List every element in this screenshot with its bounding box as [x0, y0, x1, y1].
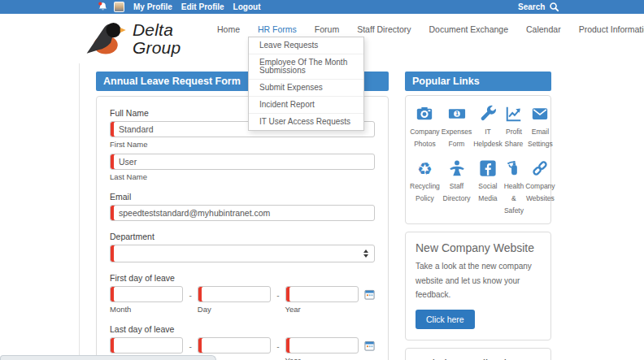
search-icon	[549, 2, 559, 12]
popular-link-company-websites[interactable]: Company Websites	[525, 159, 555, 217]
popular-link-profit-share[interactable]: Profit Share	[504, 105, 524, 150]
last-day-year-input[interactable]	[285, 337, 359, 353]
website-feedback-panel: Website Feedback Rate the new website 1 …	[405, 348, 551, 360]
chart-icon	[504, 105, 524, 124]
edit-profile-link[interactable]: Edit Profile	[181, 2, 224, 11]
last-day-month-input[interactable]	[110, 337, 183, 353]
email-label: Email	[110, 192, 375, 202]
popular-link-email-settings[interactable]: Email Settings	[525, 105, 555, 150]
first-name-caption: First Name	[110, 140, 375, 149]
department-label: Department	[110, 232, 375, 241]
nav-item-hr-forms[interactable]: HR Forms	[258, 24, 297, 34]
department-select[interactable]	[110, 245, 375, 262]
new-company-website-text: Take a look at the new company website a…	[416, 259, 541, 302]
hr-forms-dropdown-menu: Leave Requests Employee Of The Month Sub…	[248, 37, 364, 131]
last-day-of-leave-label: Last day of leave	[110, 324, 375, 334]
email-input[interactable]	[110, 205, 375, 221]
new-company-website-title: New Company Website	[416, 241, 541, 254]
popular-link-company-photos[interactable]: Company Photos	[410, 105, 440, 150]
year-caption: Year	[285, 356, 359, 360]
date-separator: -	[189, 342, 191, 351]
logo-text: Delta Group	[133, 21, 181, 56]
new-company-website-panel: New Company Website Take a look at the n…	[405, 232, 551, 340]
month-caption: Month	[110, 305, 183, 314]
click-here-button[interactable]: Click here	[416, 310, 475, 329]
first-day-of-leave-label: First day of leave	[110, 273, 375, 283]
popular-links-panel: Company Photos 1 Expenses Form IT Helpde…	[405, 95, 551, 224]
svg-text:1: 1	[455, 110, 458, 117]
date-separator: -	[276, 291, 279, 300]
popular-links-title: Popular Links	[405, 72, 551, 91]
link-icon	[525, 159, 555, 178]
date-separator: -	[276, 342, 279, 351]
nav-item-calendar[interactable]: Calendar	[526, 24, 561, 34]
popular-link-it-helpdesk[interactable]: IT Helpdesk	[473, 105, 502, 150]
date-separator: -	[189, 291, 191, 300]
main-nav: Home HR Forms Forum Staff Directory Docu…	[217, 24, 644, 34]
money-icon: 1	[442, 105, 472, 124]
wrench-icon	[473, 105, 502, 124]
content-left-border	[79, 63, 80, 360]
user-avatar[interactable]	[114, 2, 124, 12]
first-day-year-input[interactable]	[285, 286, 359, 302]
camera-icon	[410, 105, 440, 124]
popular-link-recycling-policy[interactable]: ♻ Recycling Policy	[410, 159, 440, 217]
extinguisher-icon	[504, 159, 524, 178]
search-label: Search	[518, 2, 545, 11]
bird-logo-icon	[85, 20, 127, 57]
search-button[interactable]: Search	[518, 0, 559, 14]
notification-bell-icon[interactable]	[98, 2, 108, 12]
leave-request-form: Full Name First Name Last Name Email Dep…	[96, 96, 389, 360]
top-bar: My Profile Edit Profile Logout Search	[0, 0, 644, 14]
person-icon	[442, 159, 472, 178]
popular-link-social-media[interactable]: Social Media	[473, 159, 502, 217]
first-day-calendar-icon[interactable]	[364, 289, 375, 300]
recycle-icon: ♻	[410, 159, 440, 178]
last-day-calendar-icon[interactable]	[364, 340, 375, 351]
year-caption: Year	[285, 305, 359, 314]
menu-item-employee-of-the-month[interactable]: Employee Of The Month Submissions	[249, 54, 363, 80]
nav-item-product-information[interactable]: Product Information	[579, 24, 644, 34]
nav-item-staff-directory[interactable]: Staff Directory	[357, 24, 411, 34]
menu-item-submit-expenses[interactable]: Submit Expenses	[249, 80, 363, 97]
last-name-caption: Last Name	[110, 172, 375, 181]
nav-item-forum[interactable]: Forum	[315, 24, 339, 34]
facebook-icon	[473, 159, 502, 178]
popular-link-health-safety[interactable]: Health & Safety	[504, 159, 524, 217]
browser-status-bubble	[0, 355, 216, 360]
day-caption: Day	[198, 305, 271, 314]
select-spinner-icon	[363, 249, 368, 258]
popular-link-staff-directory[interactable]: Staff Directory	[442, 159, 472, 217]
menu-item-leave-requests[interactable]: Leave Requests	[249, 37, 363, 54]
nav-item-document-exchange[interactable]: Document Exchange	[429, 24, 508, 34]
last-day-day-input[interactable]	[198, 337, 271, 353]
menu-item-it-user-access-requests[interactable]: IT User Access Requests	[249, 114, 363, 130]
sidebar: Popular Links Company Photos 1 Expenses …	[405, 72, 551, 360]
nav-item-home[interactable]: Home	[217, 24, 240, 34]
popular-link-expenses-form[interactable]: 1 Expenses Form	[442, 105, 472, 150]
menu-item-incident-report[interactable]: Incident Report	[249, 97, 363, 114]
envelope-icon	[525, 105, 555, 124]
logout-link[interactable]: Logout	[233, 2, 261, 11]
company-logo[interactable]: Delta Group	[85, 20, 181, 57]
last-name-input[interactable]	[110, 154, 375, 170]
first-day-day-input[interactable]	[198, 286, 271, 302]
first-day-month-input[interactable]	[110, 286, 183, 302]
my-profile-link[interactable]: My Profile	[133, 2, 172, 11]
